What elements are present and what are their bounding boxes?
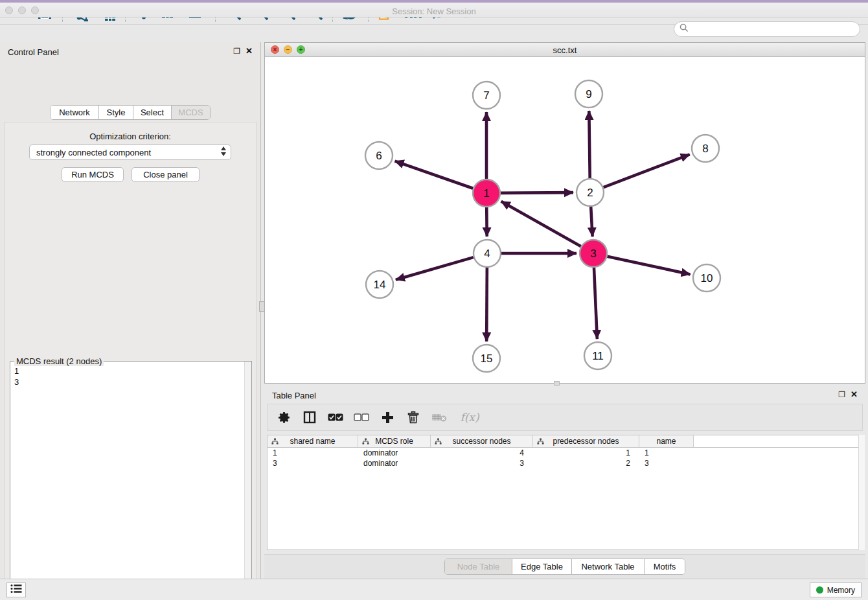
table-cell[interactable]: 2	[533, 458, 639, 468]
table-cell[interactable]: 1	[268, 448, 358, 458]
svg-text:1: 1	[483, 187, 489, 200]
table-cell[interactable]: 3	[431, 458, 533, 468]
search-input[interactable]	[692, 25, 854, 34]
tab-network-table[interactable]: Network Table	[572, 559, 645, 574]
column-header-label: shared name	[290, 437, 335, 446]
table-panel: Table Panel ❐ ✕	[264, 387, 865, 579]
float-panel-icon[interactable]: ❐	[233, 47, 240, 55]
tab-network[interactable]: Network	[51, 106, 99, 119]
table-cell[interactable]: 4	[431, 448, 533, 458]
tab-edge-table[interactable]: Edge Table	[512, 559, 572, 574]
function-builder-icon: f(x)	[457, 409, 483, 426]
svg-text:9: 9	[586, 88, 591, 100]
column-header-successor-nodes[interactable]: successor nodes	[431, 435, 533, 447]
svg-text:8: 8	[702, 143, 708, 155]
table-cell[interactable]: 1	[639, 448, 694, 458]
column-header-predecessor-nodes[interactable]: predecessor nodes	[533, 435, 639, 447]
table-cell[interactable]: dominator	[358, 448, 431, 458]
graph-edge-3-1[interactable]	[501, 202, 581, 246]
graph-node-4[interactable]: 4	[474, 240, 501, 267]
select-all-icon[interactable]	[327, 409, 344, 426]
svg-text:2: 2	[587, 187, 593, 199]
titlebar[interactable]: Session: New Session	[0, 3, 868, 17]
column-header-name[interactable]: name	[639, 435, 694, 447]
chevron-updown-icon	[221, 146, 226, 156]
table-tabs: Node TableEdge TableNetwork TableMotifs	[444, 559, 685, 575]
tab-select[interactable]: Select	[133, 106, 172, 119]
graph-node-10[interactable]: 10	[693, 264, 720, 292]
optimization-criterion-select[interactable]: strongly connected component	[29, 144, 231, 160]
delete-table-icon	[431, 409, 448, 426]
column-header-label: MCDS role	[375, 437, 413, 446]
graph-edge-2-3[interactable]	[591, 207, 592, 237]
svg-text:14: 14	[374, 279, 386, 291]
close-table-panel-icon[interactable]: ✕	[851, 390, 858, 398]
column-header-MCDS-role[interactable]: MCDS role	[358, 435, 431, 447]
graph-node-8[interactable]: 8	[692, 135, 719, 162]
window-title: Session: New Session	[0, 6, 868, 16]
memory-status-icon	[816, 586, 823, 594]
add-icon[interactable]	[379, 409, 396, 426]
mcds-result-list[interactable]: 13	[10, 363, 244, 600]
optimization-criterion-label: Optimization criterion:	[5, 132, 256, 141]
tab-mcds[interactable]: MCDS	[172, 106, 210, 119]
graph-node-14[interactable]: 14	[366, 271, 393, 298]
column-header-label: successor nodes	[452, 437, 510, 446]
graph-node-11[interactable]: 11	[584, 342, 611, 369]
table-row[interactable]: 1dominator411	[268, 448, 862, 458]
columns-icon[interactable]	[301, 409, 318, 426]
close-panel-button[interactable]: Close panel	[131, 167, 200, 182]
table-row[interactable]: 3dominator323	[268, 458, 862, 468]
search-box[interactable]	[674, 21, 860, 37]
svg-text:10: 10	[701, 272, 713, 284]
graph-node-9[interactable]: 9	[575, 80, 602, 108]
graph-node-7[interactable]: 7	[473, 82, 500, 109]
graph-edge-3-11[interactable]	[594, 268, 597, 339]
table-tabstrip: Node TableEdge TableNetwork TableMotifs	[264, 554, 865, 579]
sort-hierarchy-icon	[271, 438, 279, 447]
optimization-criterion-value: strongly connected component	[36, 148, 151, 157]
column-header-shared-name[interactable]: shared name	[268, 435, 358, 447]
graph-edge-2-9[interactable]	[589, 111, 589, 178]
graph-edge-1-2[interactable]	[501, 192, 573, 193]
task-list-icon	[10, 584, 22, 596]
table-cell[interactable]: 1	[533, 448, 639, 458]
search-icon	[680, 23, 689, 35]
graph-node-2[interactable]: 2	[577, 179, 604, 206]
table-scrollbar[interactable]	[858, 435, 865, 550]
tab-style[interactable]: Style	[99, 106, 133, 119]
gear-icon[interactable]	[275, 409, 292, 426]
graph-node-6[interactable]: 6	[365, 142, 393, 169]
tab-motifs[interactable]: Motifs	[645, 559, 685, 574]
mcds-result-line: 1	[14, 365, 240, 376]
memory-button[interactable]: Memory	[810, 583, 862, 597]
graph-edge-3-10[interactable]	[607, 257, 690, 275]
table-cell[interactable]: dominator	[358, 458, 431, 468]
graph-edge-1-6[interactable]	[395, 161, 474, 189]
graph-edge-4-14[interactable]	[396, 257, 474, 280]
table-panel-title: Table Panel	[272, 391, 316, 400]
svg-text:7: 7	[483, 89, 489, 102]
mcds-result-scrollbar[interactable]	[244, 362, 251, 600]
svg-text:3: 3	[590, 248, 596, 260]
deselect-all-icon[interactable]	[353, 409, 370, 426]
network-view-window: × − + scc.txt 7968124314101511	[264, 42, 865, 384]
graph-edge-4-15[interactable]	[486, 268, 487, 341]
graph-edge-2-8[interactable]	[604, 154, 690, 187]
tab-node-table[interactable]: Node Table	[445, 559, 512, 574]
graph-node-1[interactable]: 1	[473, 179, 500, 207]
table-cell[interactable]: 3	[268, 458, 358, 468]
sort-hierarchy-icon	[435, 438, 442, 447]
task-history-button[interactable]	[6, 583, 26, 597]
run-mcds-button[interactable]: Run MCDS	[62, 167, 124, 182]
network-graph-canvas[interactable]: 7968124314101511	[265, 57, 865, 383]
network-resize-grip[interactable]	[554, 381, 560, 386]
trash-icon[interactable]	[405, 409, 422, 426]
close-panel-icon[interactable]: ✕	[246, 47, 253, 55]
float-table-panel-icon[interactable]: ❐	[838, 391, 845, 398]
network-window-titlebar[interactable]: × − + scc.txt	[265, 43, 865, 57]
node-table[interactable]: shared nameMCDS rolesuccessor nodesprede…	[267, 435, 863, 550]
graph-node-15[interactable]: 15	[473, 345, 500, 372]
table-cell[interactable]: 3	[639, 458, 694, 468]
graph-node-3[interactable]: 3	[580, 240, 607, 267]
